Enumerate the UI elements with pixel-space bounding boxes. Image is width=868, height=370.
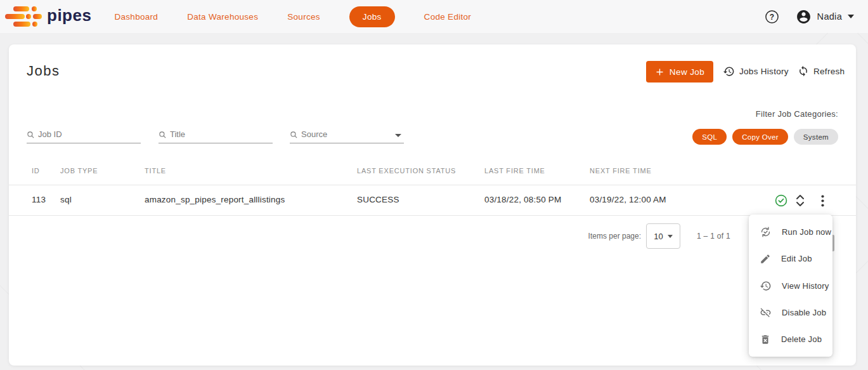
chevron-down-icon	[668, 235, 673, 238]
user-menu[interactable]: Nadia	[796, 9, 854, 25]
cell-job-type: sql	[60, 195, 72, 204]
disable-icon	[760, 307, 772, 319]
col-title: TITLE	[145, 167, 166, 175]
search-icon	[27, 131, 35, 139]
chevron-down-icon	[848, 15, 854, 18]
table-row[interactable]: 113 sql amazon_sp_pipes_report_alllistin…	[9, 185, 856, 216]
cell-title: amazon_sp_pipes_report_alllistings	[145, 195, 285, 204]
refresh-button[interactable]: Refresh	[798, 65, 845, 77]
job-id-filter-field	[27, 124, 141, 143]
avatar-icon	[796, 9, 812, 25]
title-filter-field	[159, 124, 273, 143]
plus-icon	[655, 67, 664, 77]
category-chips: SQL Copy Over System	[692, 129, 838, 145]
svg-text:?: ?	[769, 12, 774, 21]
refresh-icon	[798, 65, 809, 77]
main-nav: Dashboard Data Warehouses Sources Jobs C…	[114, 6, 471, 27]
title-input[interactable]	[170, 129, 252, 139]
new-job-button[interactable]: New Job	[646, 61, 713, 83]
cell-next-fire-time: 03/19/22, 12:00 AM	[590, 195, 666, 204]
cell-last-fire-time: 03/18/22, 08:50 PM	[484, 195, 561, 204]
nav-item-data-warehouses[interactable]: Data Warehouses	[187, 12, 258, 22]
items-per-page-select[interactable]: 10	[646, 223, 680, 249]
cell-id: 113	[32, 195, 46, 204]
nav-item-dashboard[interactable]: Dashboard	[114, 12, 158, 22]
nav-item-code-editor[interactable]: Code Editor	[424, 12, 472, 22]
run-job-icon	[760, 226, 772, 238]
user-name: Nadia	[817, 11, 842, 22]
chevron-down-icon	[395, 134, 401, 137]
col-next-fire-time: NEXT FIRE TIME	[590, 167, 652, 175]
expand-collapse-icon[interactable]	[793, 194, 807, 208]
menu-item-run-job-now[interactable]: Run Job now	[749, 218, 832, 245]
jobs-card: Jobs New Job Jobs History Refresh Filter…	[9, 44, 856, 366]
page-title: Jobs	[27, 63, 60, 79]
menu-item-disable-job[interactable]: Disable Job	[749, 299, 832, 326]
chip-sql[interactable]: SQL	[692, 129, 727, 145]
cell-last-execution-status: SUCCESS	[357, 195, 399, 204]
items-per-page-label: Items per page:	[588, 232, 641, 241]
col-last-fire-time: LAST FIRE TIME	[484, 167, 545, 175]
edit-icon	[760, 253, 771, 265]
search-icon	[290, 131, 298, 139]
chip-copy-over[interactable]: Copy Over	[732, 129, 788, 145]
help-icon[interactable]: ?	[765, 10, 779, 24]
col-id: ID	[32, 167, 40, 175]
row-actions-menu-icon[interactable]	[815, 194, 829, 208]
nav-item-jobs[interactable]: Jobs	[349, 6, 395, 27]
search-icon	[159, 131, 167, 139]
brand-name: pipes	[47, 6, 91, 25]
source-filter-field[interactable]	[290, 124, 404, 143]
top-navigation-bar: pipes Dashboard Data Warehouses Sources …	[0, 0, 868, 33]
menu-item-delete-job[interactable]: Delete Job	[749, 326, 832, 353]
col-job-type: JOB TYPE	[60, 167, 98, 175]
history-icon	[760, 280, 772, 292]
history-icon	[723, 65, 735, 77]
table-header: ID JOB TYPE TITLE LAST EXECUTION STATUS …	[9, 157, 856, 185]
menu-item-view-history[interactable]: View History	[749, 272, 832, 299]
menu-item-edit-job[interactable]: Edit Job	[749, 245, 832, 272]
jobs-history-button[interactable]: Jobs History	[723, 65, 789, 77]
row-actions-menu: Run Job now Edit Job View History Disabl…	[749, 215, 832, 357]
pagination-range: 1 – 1 of 1	[697, 232, 748, 241]
source-select-input[interactable]	[301, 129, 384, 139]
col-last-execution-status: LAST EXECUTION STATUS	[357, 167, 456, 175]
nav-item-sources[interactable]: Sources	[287, 12, 320, 22]
pipes-logo-icon	[5, 4, 42, 29]
chip-system[interactable]: System	[794, 129, 838, 145]
brand-logo[interactable]: pipes	[5, 4, 91, 29]
filter-categories-label: Filter Job Categories:	[756, 109, 838, 119]
delete-icon	[760, 334, 771, 345]
check-circle-icon	[774, 194, 788, 208]
job-id-input[interactable]	[38, 129, 120, 139]
